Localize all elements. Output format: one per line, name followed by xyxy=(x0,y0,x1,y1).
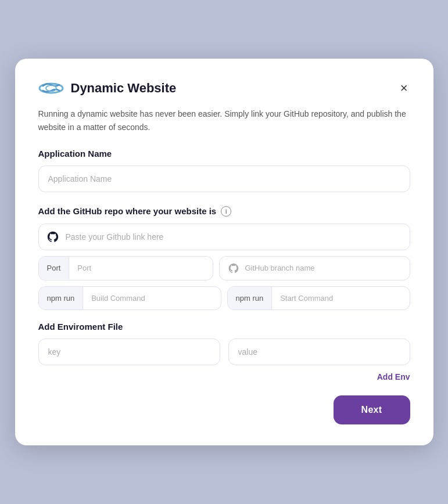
port-input-group: Port xyxy=(38,256,213,280)
port-branch-row: Port xyxy=(38,256,410,280)
env-value-input[interactable] xyxy=(228,339,410,365)
github-icon xyxy=(46,231,59,243)
next-button[interactable]: Next xyxy=(334,395,410,424)
start-command-group: npm run xyxy=(227,286,410,310)
modal-dialog: Dynamic Website × Running a dynamic webs… xyxy=(15,59,433,445)
env-section: Add Enviroment File Add Env xyxy=(38,322,410,384)
build-command-input[interactable] xyxy=(83,287,220,309)
modal-title: Dynamic Website xyxy=(71,81,177,96)
env-input-row xyxy=(38,339,410,365)
github-branch-group xyxy=(219,256,410,280)
github-input-wrapper xyxy=(38,224,410,250)
start-prefix-label: npm run xyxy=(228,287,273,309)
port-prefix-label: Port xyxy=(39,257,70,279)
env-section-label: Add Enviroment File xyxy=(38,322,410,332)
brand-logo-icon xyxy=(38,80,64,96)
github-branch-icon xyxy=(228,262,239,274)
info-icon: i xyxy=(221,206,231,217)
modal-footer: Next xyxy=(38,395,410,424)
github-link-input[interactable] xyxy=(38,224,410,250)
app-name-input[interactable] xyxy=(38,165,410,192)
build-prefix-label: npm run xyxy=(39,287,84,309)
modal-header: Dynamic Website × xyxy=(38,80,410,97)
app-name-label: Application Name xyxy=(38,149,410,159)
github-branch-input[interactable] xyxy=(245,264,402,272)
close-button[interactable]: × xyxy=(398,80,410,97)
modal-title-row: Dynamic Website xyxy=(38,80,177,96)
build-command-group: npm run xyxy=(38,286,221,310)
env-key-input[interactable] xyxy=(38,339,220,365)
github-section-label: Add the GitHub repo where your website i… xyxy=(38,206,410,217)
port-input[interactable] xyxy=(69,257,212,279)
start-command-input[interactable] xyxy=(272,287,409,309)
app-name-section: Application Name xyxy=(38,149,410,192)
modal-description: Running a dynamic website has never been… xyxy=(38,107,410,134)
add-env-button[interactable]: Add Env xyxy=(377,370,410,384)
build-start-row: npm run npm run xyxy=(38,286,410,310)
github-section: Add the GitHub repo where your website i… xyxy=(38,206,410,310)
add-env-btn-row: Add Env xyxy=(38,370,410,384)
